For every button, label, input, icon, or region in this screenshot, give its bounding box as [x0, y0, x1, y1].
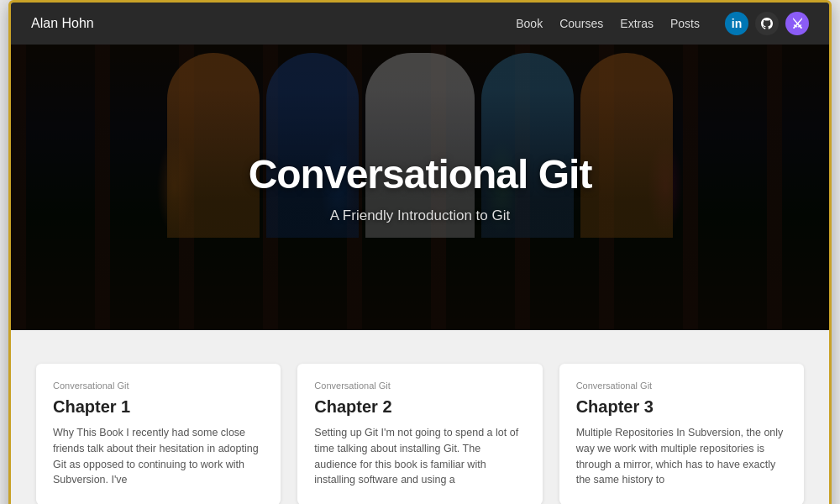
card-2-excerpt: Setting up Git I'm not going to spend a …	[314, 425, 525, 488]
linkedin-icon[interactable]: in	[725, 12, 748, 35]
nav-posts[interactable]: Posts	[670, 17, 700, 30]
card-3-meta: Conversational Git	[576, 381, 787, 391]
navbar: Alan Hohn Book Courses Extras Posts in ⚔	[11, 3, 829, 45]
card-1-title: Chapter 1	[53, 397, 264, 417]
chapter-card-3[interactable]: Conversational Git Chapter 3 Multiple Re…	[559, 364, 804, 504]
card-3-title: Chapter 3	[576, 397, 787, 417]
card-3-excerpt: Multiple Repositories In Subversion, the…	[576, 425, 787, 488]
hero-title: Conversational Git	[249, 151, 592, 197]
nav-courses[interactable]: Courses	[559, 17, 603, 30]
card-2-meta: Conversational Git	[314, 381, 525, 391]
hero-subtitle: A Friendly Introduction to Git	[330, 207, 511, 224]
site-brand[interactable]: Alan Hohn	[31, 16, 94, 31]
card-2-title: Chapter 2	[314, 397, 525, 417]
chapter-card-2[interactable]: Conversational Git Chapter 2 Setting up …	[297, 364, 542, 504]
card-1-meta: Conversational Git	[53, 381, 264, 391]
social-icons: in ⚔	[725, 12, 809, 35]
hero-section: Conversational Git A Friendly Introducti…	[11, 45, 829, 330]
nav-book[interactable]: Book	[516, 17, 543, 30]
nav-links: Book Courses Extras Posts in ⚔	[516, 12, 809, 35]
page-wrapper: Alan Hohn Book Courses Extras Posts in ⚔	[8, 0, 832, 504]
hero-content: Conversational Git A Friendly Introducti…	[11, 45, 829, 330]
card-1-excerpt: Why This Book I recently had some close …	[53, 425, 264, 488]
github-icon[interactable]	[755, 12, 779, 35]
nav-extras[interactable]: Extras	[620, 17, 654, 30]
custom-icon[interactable]: ⚔	[785, 12, 809, 35]
content-area: Conversational Git Chapter 1 Why This Bo…	[11, 330, 829, 504]
chapter-card-1[interactable]: Conversational Git Chapter 1 Why This Bo…	[36, 364, 281, 504]
chapters-grid: Conversational Git Chapter 1 Why This Bo…	[36, 364, 804, 504]
